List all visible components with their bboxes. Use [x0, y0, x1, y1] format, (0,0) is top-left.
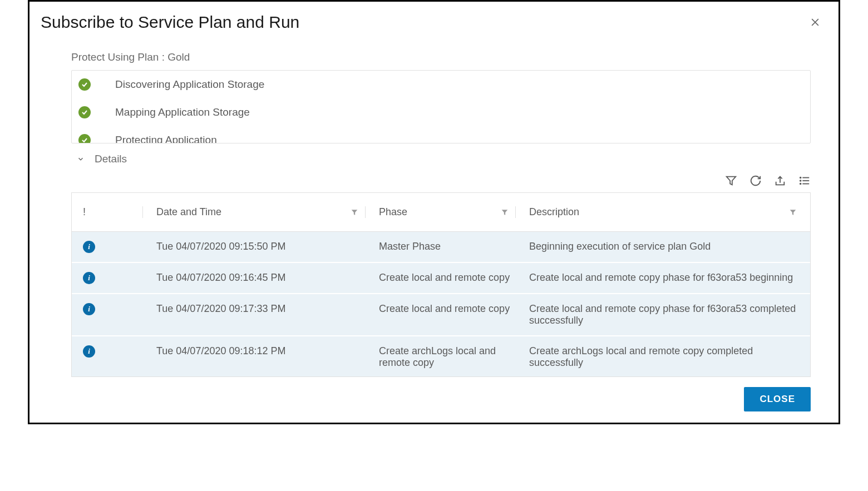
step-row: Mapping Application Storage	[72, 98, 810, 126]
table-body: i Tue 04/07/2020 09:15:50 PM Master Phas…	[72, 232, 810, 377]
svg-point-9	[800, 183, 801, 185]
header-status-label: !	[83, 206, 86, 218]
modal-header: Subscribe to Service Plan and Run	[29, 13, 839, 37]
subscribe-modal: Subscribe to Service Plan and Run Protec…	[28, 0, 840, 424]
list-icon[interactable]	[798, 175, 811, 187]
modal-footer: CLOSE	[29, 377, 839, 411]
steps-panel[interactable]: Discovering Application Storage Mapping …	[71, 70, 811, 143]
plan-label: Protect Using Plan : Gold	[71, 51, 811, 63]
cell-datetime: Tue 04/07/2020 09:17:33 PM	[150, 294, 372, 336]
header-description-label: Description	[529, 206, 579, 218]
step-row: Protecting Application	[72, 126, 810, 143]
cell-phase: Create local and remote copy	[372, 262, 522, 294]
info-icon: i	[83, 303, 95, 315]
svg-marker-12	[790, 210, 796, 215]
close-icon[interactable]	[808, 16, 822, 29]
header-datetime-label: Date and Time	[156, 206, 221, 218]
modal-title: Subscribe to Service Plan and Run	[41, 13, 299, 32]
table-row[interactable]: i Tue 04/07/2020 09:18:12 PM Create arch…	[72, 336, 810, 376]
table-header-row: ! Date and Time	[72, 193, 810, 232]
cell-phase: Create local and remote copy	[372, 294, 522, 336]
svg-marker-10	[352, 210, 358, 215]
cell-description: Create local and remote copy phase for f…	[522, 262, 810, 294]
log-table: ! Date and Time	[72, 193, 810, 376]
table-row[interactable]: i Tue 04/07/2020 09:16:45 PM Create loca…	[72, 262, 810, 294]
check-icon	[78, 134, 91, 143]
details-label: Details	[95, 153, 127, 165]
modal-content: Protect Using Plan : Gold Discovering Ap…	[29, 37, 839, 377]
svg-point-8	[800, 180, 801, 181]
header-phase[interactable]: Phase	[372, 193, 522, 232]
table-row[interactable]: i Tue 04/07/2020 09:17:33 PM Create loca…	[72, 294, 810, 336]
filter-icon[interactable]	[789, 209, 797, 216]
info-icon: i	[83, 241, 95, 253]
cell-description: Beginning execution of service plan Gold	[522, 232, 810, 263]
header-status[interactable]: !	[72, 193, 150, 232]
log-table-container: ! Date and Time	[71, 192, 811, 377]
svg-marker-11	[502, 210, 508, 215]
header-phase-label: Phase	[379, 206, 407, 218]
svg-point-7	[800, 177, 801, 178]
header-datetime[interactable]: Date and Time	[150, 193, 372, 232]
filter-icon[interactable]	[725, 175, 737, 187]
filter-icon[interactable]	[501, 209, 509, 216]
cell-phase: Create archLogs local and remote copy	[372, 336, 522, 376]
cell-datetime: Tue 04/07/2020 09:15:50 PM	[150, 232, 372, 263]
step-label: Protecting Application	[115, 134, 217, 143]
cell-datetime: Tue 04/07/2020 09:16:45 PM	[150, 262, 372, 294]
export-icon[interactable]	[774, 175, 786, 187]
step-row: Discovering Application Storage	[72, 71, 810, 98]
svg-marker-2	[727, 177, 736, 185]
cell-datetime: Tue 04/07/2020 09:18:12 PM	[150, 336, 372, 376]
step-label: Discovering Application Storage	[115, 78, 264, 91]
details-toggle[interactable]: Details	[71, 150, 811, 168]
cell-phase: Master Phase	[372, 232, 522, 263]
table-row[interactable]: i Tue 04/07/2020 09:15:50 PM Master Phas…	[72, 232, 810, 263]
check-icon	[78, 78, 91, 91]
check-icon	[78, 106, 91, 118]
cell-description: Create local and remote copy phase for f…	[522, 294, 810, 336]
filter-icon[interactable]	[351, 209, 358, 216]
info-icon: i	[83, 345, 95, 358]
header-description[interactable]: Description	[522, 193, 810, 232]
table-toolbar	[71, 168, 811, 192]
close-button[interactable]: CLOSE	[744, 387, 811, 411]
refresh-icon[interactable]	[749, 175, 762, 187]
cell-description: Create archLogs local and remote copy co…	[522, 336, 810, 376]
step-label: Mapping Application Storage	[115, 106, 250, 118]
log-table-scroll[interactable]: ! Date and Time	[72, 193, 810, 376]
info-icon: i	[83, 272, 95, 284]
chevron-down-icon	[77, 155, 85, 163]
